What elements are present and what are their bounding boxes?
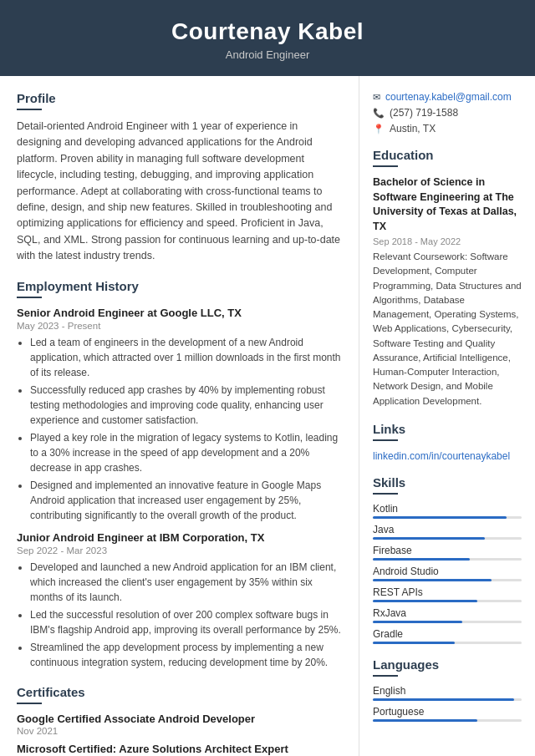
- job-2-bullet-3: Streamlined the app development process …: [30, 640, 344, 670]
- lang-english-bar: [373, 698, 514, 701]
- profile-title: Profile: [17, 91, 344, 105]
- languages-title: Languages: [373, 657, 522, 672]
- job-1-bullet-2: Successfully reduced app crashes by 40% …: [30, 383, 344, 428]
- skill-firebase-bar: [373, 558, 470, 561]
- skills-section: Skills Kotlin Java Firebase Android Stud…: [373, 475, 522, 644]
- link-1-url[interactable]: linkedin.com/in/courtenaykabel: [373, 450, 510, 462]
- skill-rest-apis-bar: [373, 600, 477, 602]
- skill-gradle-bar: [373, 642, 455, 644]
- skill-gradle: Gradle: [373, 628, 522, 644]
- cert-2: Microsoft Certified: Azure Solutions Arc…: [17, 743, 344, 756]
- education-divider: [373, 165, 398, 167]
- skills-divider: [373, 493, 398, 495]
- email-icon: ✉: [373, 92, 380, 103]
- skill-java-bar: [373, 537, 485, 540]
- skill-rxjava-bar: [373, 621, 462, 623]
- skill-android-studio-bar: [373, 579, 492, 581]
- cert-1-name: Google Certified Associate Android Devel…: [17, 713, 344, 725]
- languages-divider: [373, 675, 398, 677]
- edu-dates: Sep 2018 - May 2022: [373, 236, 522, 246]
- skill-java: Java: [373, 524, 522, 540]
- contact-location-row: 📍 Austin, TX: [373, 123, 522, 134]
- job-1-bullet-1: Led a team of engineers in the developme…: [30, 335, 344, 380]
- link-1: linkedin.com/in/courtenaykabel: [373, 449, 522, 462]
- contact-email[interactable]: courtenay.kabel@gmail.com: [385, 91, 512, 103]
- profile-section: Profile Detail-oriented Android Engineer…: [17, 91, 344, 264]
- employment-divider: [17, 297, 42, 298]
- certificates-section: Certificates Google Certified Associate …: [17, 685, 344, 756]
- contact-email-row: ✉ courtenay.kabel@gmail.com: [373, 91, 522, 103]
- job-1-bullet-4: Designed and implemented an innovative f…: [30, 478, 344, 523]
- main-layout: Profile Detail-oriented Android Engineer…: [0, 76, 535, 756]
- certificates-title: Certificates: [17, 685, 344, 699]
- job-1-dates: May 2023 - Present: [17, 321, 344, 331]
- skills-title: Skills: [373, 475, 522, 490]
- job-2: Junior Android Engineer at IBM Corporati…: [17, 531, 344, 670]
- skill-rest-apis: REST APIs: [373, 586, 522, 602]
- header-title: Android Engineer: [17, 48, 518, 61]
- employment-title: Employment History: [17, 279, 344, 293]
- skill-kotlin: Kotlin: [373, 503, 522, 519]
- job-2-bullet-1: Developed and launched a new Android app…: [30, 560, 344, 605]
- education-section: Education Bachelor of Science in Softwar…: [373, 148, 522, 408]
- job-2-dates: Sep 2022 - Mar 2023: [17, 545, 344, 556]
- left-column: Profile Detail-oriented Android Engineer…: [0, 76, 359, 756]
- job-1-bullet-3: Played a key role in the migration of le…: [30, 430, 344, 475]
- edu-degree: Bachelor of Science in Software Engineer…: [373, 175, 522, 234]
- right-column: ✉ courtenay.kabel@gmail.com 📞 (257) 719-…: [359, 76, 535, 756]
- job-2-bullets: Developed and launched a new Android app…: [17, 560, 344, 670]
- links-section: Links linkedin.com/in/courtenaykabel: [373, 422, 522, 462]
- location-icon: 📍: [373, 124, 385, 134]
- skill-kotlin-bar: [373, 516, 507, 519]
- job-1-bullets: Led a team of engineers in the developme…: [17, 335, 344, 523]
- certificates-divider: [17, 703, 42, 704]
- contact-location: Austin, TX: [390, 123, 436, 134]
- profile-text: Detail-oriented Android Engineer with 1 …: [17, 119, 344, 264]
- contact-section: ✉ courtenay.kabel@gmail.com 📞 (257) 719-…: [373, 91, 522, 134]
- phone-icon: 📞: [373, 108, 385, 119]
- education-title: Education: [373, 148, 522, 162]
- cert-2-name: Microsoft Certified: Azure Solutions Arc…: [17, 743, 344, 755]
- links-title: Links: [373, 422, 522, 436]
- edu-coursework: Relevant Coursework: Software Developmen…: [373, 250, 522, 408]
- lang-portuguese-bar: [373, 719, 477, 722]
- job-1-title: Senior Android Engineer at Google LLC, T…: [17, 307, 344, 319]
- links-divider: [373, 439, 398, 441]
- contact-phone: (257) 719-1588: [390, 107, 458, 119]
- header-name: Courtenay Kabel: [17, 18, 518, 45]
- languages-section: Languages English Portuguese: [373, 657, 522, 722]
- cert-1: Google Certified Associate Android Devel…: [17, 713, 344, 736]
- header: Courtenay Kabel Android Engineer: [0, 0, 535, 76]
- job-1: Senior Android Engineer at Google LLC, T…: [17, 307, 344, 523]
- lang-portuguese: Portuguese: [373, 706, 522, 722]
- profile-divider: [17, 109, 42, 110]
- skill-firebase: Firebase: [373, 545, 522, 561]
- job-2-title: Junior Android Engineer at IBM Corporati…: [17, 531, 344, 544]
- contact-phone-row: 📞 (257) 719-1588: [373, 107, 522, 119]
- employment-section: Employment History Senior Android Engine…: [17, 279, 344, 670]
- lang-english: English: [373, 685, 522, 701]
- skill-android-studio: Android Studio: [373, 566, 522, 581]
- job-2-bullet-2: Led the successful resolution of over 20…: [30, 607, 344, 637]
- cert-1-date: Nov 2021: [17, 726, 344, 736]
- skill-rxjava: RxJava: [373, 607, 522, 623]
